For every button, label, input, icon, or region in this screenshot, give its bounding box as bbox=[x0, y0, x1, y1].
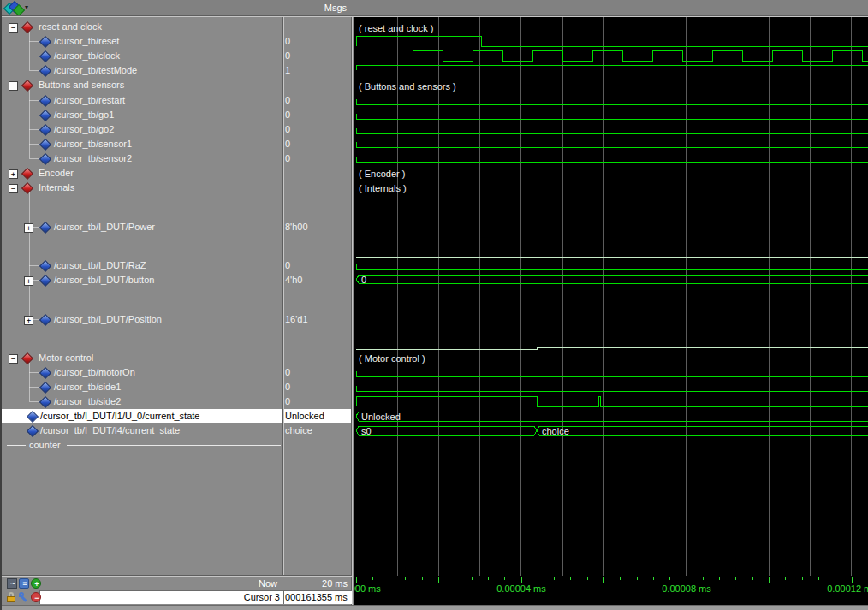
wave-group-label: ( Motor control ) bbox=[359, 353, 425, 364]
names-values-splitter-highlight bbox=[283, 17, 284, 575]
bus-value-label-s0: s0 bbox=[361, 426, 372, 436]
value-cell-cursor-tb-i-dut-raz[interactable]: 0 bbox=[285, 258, 348, 273]
waveform-canvas[interactable]: ( reset and clock )( Buttons and sensors… bbox=[354, 17, 868, 605]
value-cell-cursor-tb-reset[interactable]: 0 bbox=[285, 34, 348, 49]
timeline-label: 0.00012 ms bbox=[827, 583, 868, 594]
timeline-label: 0.00000 ms bbox=[354, 583, 381, 594]
timeline-label: 0.00004 ms bbox=[496, 583, 546, 594]
now-value: 20 ms bbox=[284, 577, 348, 590]
value-cell-cursor-tb-testmode[interactable]: 1 bbox=[285, 63, 348, 78]
value-cell-cursor-tb-sensor2[interactable]: 0 bbox=[285, 151, 348, 166]
now-row: Now bbox=[2, 577, 282, 590]
add-cursor-icon[interactable] bbox=[31, 578, 41, 589]
value-cell-cursor-tb-i-dut-button[interactable]: 4'h0 bbox=[285, 273, 348, 287]
wave-group-label: ( reset and clock ) bbox=[359, 23, 433, 33]
remove-cursor-icon[interactable] bbox=[31, 592, 41, 602]
value-cell-cursor-tb-side1[interactable]: 0 bbox=[285, 380, 348, 394]
value-cell-cursor-tb-i-dut-position[interactable]: 16'd1 bbox=[285, 312, 348, 327]
value-cell-cursor-tb-go2[interactable]: 0 bbox=[285, 122, 348, 137]
wrench-icon[interactable] bbox=[19, 592, 29, 602]
now-label: Now bbox=[259, 577, 277, 590]
value-cell-cursor-tb-i-dut-i4-current-state[interactable]: choice bbox=[285, 423, 348, 438]
value-cell-cursor-tb-side2[interactable]: 0 bbox=[285, 394, 348, 409]
cursor-name-input[interactable]: Cursor 3 bbox=[39, 590, 283, 604]
wave-edit-icon[interactable] bbox=[7, 578, 17, 589]
values-column: 001000008'h0004'h016'd1000Unlockedchoice bbox=[0, 0, 352, 610]
wave-group-label: ( Encoder ) bbox=[359, 169, 405, 179]
value-cell-cursor-tb-motoron[interactable]: 0 bbox=[285, 365, 348, 380]
bottom-scrollbar-track[interactable] bbox=[0, 605, 868, 610]
timeline-label: 0.00008 ms bbox=[662, 583, 711, 594]
note-icon[interactable] bbox=[19, 578, 29, 589]
wave-background bbox=[354, 17, 868, 605]
value-cell-cursor-tb-sensor1[interactable]: 0 bbox=[285, 137, 348, 151]
cursor-time-value[interactable]: 000161355 ms bbox=[283, 590, 352, 604]
value-cell-cursor-tb-i-dut-power[interactable]: 8'h00 bbox=[285, 220, 348, 234]
value-cell-cursor-tb-restart[interactable]: 0 bbox=[285, 93, 348, 108]
value-cell-cursor-tb-i-dut-i1-u-0-current-state[interactable]: Unlocked bbox=[284, 409, 352, 423]
value-cell-cursor-tb-clock[interactable]: 0 bbox=[285, 49, 348, 63]
wave-window: ▾ Msgs −reset and clock/cursor_tb/reset/… bbox=[0, 0, 868, 610]
wave-group-label: ( Buttons and sensors ) bbox=[359, 81, 456, 92]
value-cell-cursor-tb-go1[interactable]: 0 bbox=[285, 108, 348, 122]
values-wave-splitter-highlight bbox=[352, 17, 353, 605]
bus-value-label-unlocked: Unlocked bbox=[361, 412, 401, 422]
wave-group-label: ( Internals ) bbox=[359, 183, 407, 193]
window-left-border bbox=[0, 0, 2, 610]
lock-icon[interactable] bbox=[7, 592, 17, 602]
bus-value-label-choice: choice bbox=[542, 426, 569, 436]
